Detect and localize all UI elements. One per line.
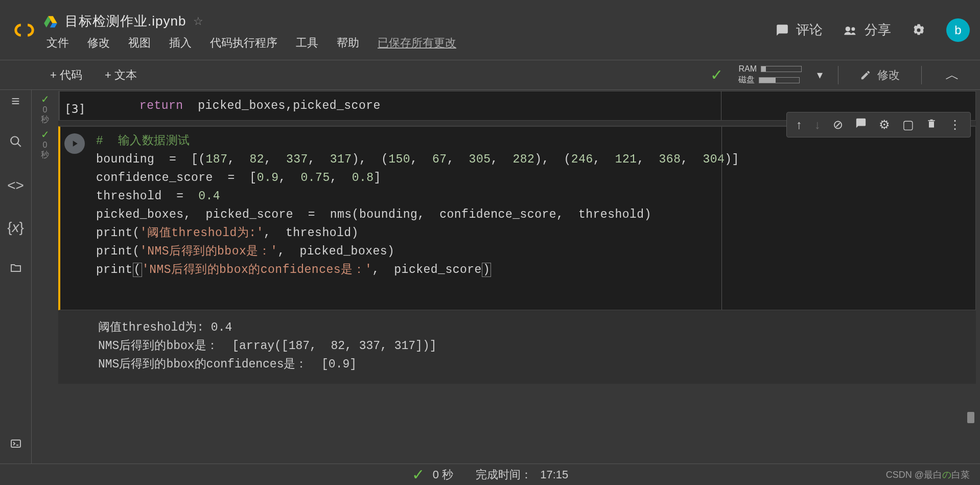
terminal-icon[interactable] [10,437,22,453]
cell-time-value: 0 [43,141,48,150]
status-elapsed: 0 秒 [433,467,453,482]
code-snippet-icon[interactable]: <> [7,177,24,194]
resource-dropdown-icon[interactable]: ▾ [817,68,823,82]
cell-time-unit: 秒 [41,114,49,125]
divider [838,66,838,84]
edit-label: 修改 [877,67,900,83]
status-done-time: 17:15 [540,468,568,481]
svg-point-5 [11,136,18,144]
execution-count: [3] [64,102,86,116]
delete-cell-icon[interactable] [921,114,942,135]
share-button[interactable]: 分享 [843,21,891,39]
comment-button[interactable]: 评论 [776,21,823,39]
status-check-icon: ✓ [412,466,425,483]
cell-time-value: 0 [43,105,48,114]
left-rail: ≡ <> {x} [0,90,32,464]
toc-icon[interactable]: ≡ [11,93,19,109]
status-done-label: 完成时间： [476,467,532,482]
svg-marker-1 [50,23,57,27]
move-down-icon[interactable]: ↓ [809,114,826,135]
cell-output: 阈值threshold为: 0.4 NMS后得到的bbox是： [array([… [58,310,976,384]
menu-help[interactable]: 帮助 [335,34,361,52]
menu-runtime[interactable]: 代码执行程序 [208,34,279,52]
cell-settings-icon[interactable]: ⚙ [874,114,895,135]
resource-indicator[interactable]: RAM 磁盘 [738,64,802,85]
cell-toolbar: ↑ ↓ ⊘ ⚙ ▢ ⋮ [786,112,971,137]
cell-status-check-icon: ✓ [41,93,50,105]
disk-label: 磁盘 [738,75,755,85]
connected-check-icon: ✓ [710,66,723,84]
svg-rect-7 [11,440,20,447]
drive-icon [43,14,58,29]
add-text-button[interactable]: + 文本 [100,64,142,86]
edit-mode-button[interactable]: 修改 [854,64,906,86]
variables-icon[interactable]: {x} [7,219,24,236]
star-icon[interactable]: ☆ [193,15,203,28]
code-cell-selected: ✓ 0 秒 ↑ ↓ ⊘ ⚙ ▢ ⋮ # 输入数据测试 bounding = [32,126,976,384]
collapse-button[interactable]: ︿ [937,62,968,88]
add-code-button[interactable]: + 代码 [45,64,87,86]
svg-point-3 [846,27,850,31]
code-editor[interactable]: # 输入数据测试 bounding = [(187, 82, 337, 317)… [60,127,975,310]
files-icon[interactable] [10,261,22,278]
colab-logo [10,16,38,44]
title-menu-block: 目标检测作业.ipynb ☆ 文件 修改 视图 插入 代码执行程序 工具 帮助 … [43,8,776,52]
mirror-cell-icon[interactable]: ▢ [897,114,919,135]
search-icon[interactable] [9,135,22,152]
link-icon[interactable]: ⊘ [828,114,848,135]
menu-bar: 文件 修改 视图 插入 代码执行程序 工具 帮助 已保存所有更改 [43,34,776,52]
menu-view[interactable]: 视图 [126,34,153,52]
user-avatar[interactable]: b [946,18,970,42]
menu-tools[interactable]: 工具 [294,34,320,52]
status-bar: ✓ 0 秒 完成时间： 17:15 CSDN @最白の白菜 [0,464,980,485]
divider [921,66,922,84]
file-title[interactable]: 目标检测作业.ipynb [65,12,186,30]
app-header: 目标检测作业.ipynb ☆ 文件 修改 视图 插入 代码执行程序 工具 帮助 … [0,0,980,60]
share-label: 分享 [865,21,891,39]
comment-cell-icon[interactable] [850,114,872,135]
notebook-area[interactable]: ✓ 0 秒 return picked_boxes,picked_score [… [32,90,980,464]
menu-file[interactable]: 文件 [44,34,71,52]
more-icon[interactable]: ⋮ [944,114,966,135]
svg-point-4 [851,27,855,31]
toolbar: + 代码 + 文本 ✓ RAM 磁盘 ▾ 修改 ︿ [0,60,980,90]
move-up-icon[interactable]: ↑ [791,114,807,135]
scrollbar-thumb[interactable] [967,412,974,423]
cell-time-unit: 秒 [41,150,49,160]
menu-edit[interactable]: 修改 [85,34,112,52]
ram-label: RAM [738,64,757,74]
comment-label: 评论 [796,21,823,39]
menu-insert[interactable]: 插入 [167,34,194,52]
svg-line-6 [17,143,21,147]
cell-status-check-icon: ✓ [41,128,50,141]
watermark: CSDN @最白の白菜 [886,469,970,481]
menu-saved-status: 已保存所有更改 [376,34,458,52]
settings-icon[interactable] [912,23,926,37]
